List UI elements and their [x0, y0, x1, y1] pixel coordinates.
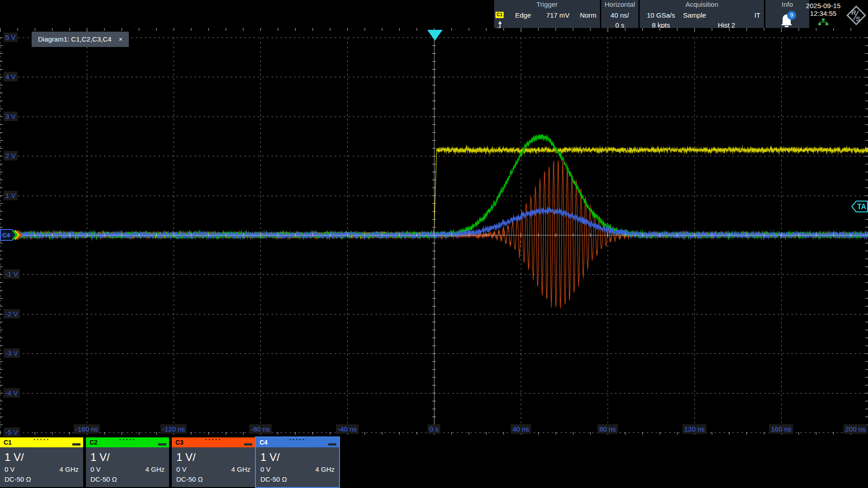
- channel-signal-bar: C1 ····· 1 V/ 0 V 4 GHz DC-50 Ω C2 ·····…: [0, 437, 868, 488]
- y-axis-label: 4 V: [4, 72, 18, 81]
- drag-handle-dots-icon[interactable]: ·····: [33, 435, 50, 445]
- waveform-canvas[interactable]: [0, 28, 868, 435]
- svg-text:S: S: [856, 15, 860, 23]
- channel-id: C4: [259, 439, 268, 446]
- y-axis-label: -1 V: [4, 269, 20, 279]
- trigger-mode: Norm: [577, 11, 599, 19]
- x-axis-label: -160 ns: [74, 424, 100, 434]
- trigger-position-marker[interactable]: [426, 29, 444, 42]
- top-toolbar: Trigger C1 Edge 717 mV Norm Horizontal 4…: [0, 0, 868, 31]
- x-axis-label: 120 ns: [682, 424, 706, 434]
- horizontal-scale: 40 ns/: [601, 11, 638, 19]
- y-axis-label: 3 V: [4, 112, 18, 121]
- y-axis-label: -3 V: [4, 348, 20, 358]
- date-label: 2025-09-15: [802, 2, 844, 9]
- x-axis-label: 160 ns: [769, 424, 793, 434]
- diagram-tab-close-icon[interactable]: ×: [119, 36, 123, 43]
- channel-offset: 0 V: [5, 465, 15, 473]
- acquisition-mode: Sample: [683, 11, 706, 19]
- x-axis-label: 0 s: [428, 424, 440, 434]
- selected-channel-marker-label: C4: [2, 232, 10, 239]
- channel-bandwidth: 4 GHz: [145, 465, 165, 473]
- channel-scale: 1 V/: [176, 451, 255, 464]
- acquisition-section-title: Acquisition: [640, 0, 764, 8]
- channel-id: C3: [175, 439, 184, 446]
- minimize-button[interactable]: [158, 443, 166, 446]
- drag-handle-dots-icon[interactable]: ·····: [289, 435, 306, 445]
- channel-scale: 1 V/: [5, 451, 83, 464]
- channel-offset: 0 V: [260, 465, 271, 473]
- notification-count-badge: 9: [787, 11, 796, 20]
- channel-coupling: DC-50 Ω: [260, 475, 287, 483]
- channel-scale: 1 V/: [90, 451, 169, 464]
- trigger-section[interactable]: Trigger C1 Edge 717 mV Norm: [494, 0, 600, 31]
- channel-box-c1[interactable]: C1 ····· 1 V/ 0 V 4 GHz DC-50 Ω: [0, 437, 83, 487]
- minimize-button[interactable]: [72, 443, 80, 446]
- channel-scale: 1 V/: [260, 451, 339, 464]
- drag-handle-dots-icon[interactable]: ·····: [119, 435, 136, 445]
- trigger-source-badge: C1: [495, 12, 504, 18]
- channel-offset: 0 V: [90, 465, 101, 473]
- diagram-tab-label: Diagram1: C1,C2,C3,C4: [38, 35, 112, 43]
- y-axis-label: 5 V: [4, 33, 18, 42]
- channel-bandwidth: 4 GHz: [59, 465, 79, 473]
- channel-box-c4[interactable]: C4 ····· 1 V/ 0 V 4 GHz DC-50 Ω: [256, 437, 339, 487]
- channel-id: C1: [4, 439, 12, 446]
- drag-handle-dots-icon[interactable]: ·····: [205, 435, 222, 445]
- minimize-button[interactable]: [328, 443, 336, 446]
- diagram-tab[interactable]: Diagram1: C1,C2,C3,C4 ×: [32, 32, 129, 47]
- channel-offset: 0 V: [176, 465, 187, 473]
- x-axis-label: -120 ns: [160, 424, 187, 434]
- svg-text:TA: TA: [857, 203, 867, 211]
- acquisition-it-flag: IT: [755, 11, 760, 19]
- horizontal-section-title: Horizontal: [601, 0, 638, 8]
- trigger-section-title: Trigger: [494, 0, 600, 8]
- horizontal-section[interactable]: Horizontal 40 ns/ 0 s: [601, 0, 638, 31]
- y-axis-label: 2 V: [4, 151, 18, 160]
- x-axis-label: 40 ns: [511, 424, 531, 434]
- datetime-block: 2025-09-15 12:34:55: [802, 0, 844, 28]
- channel-bandwidth: 4 GHz: [231, 465, 250, 473]
- channel-coupling: DC-50 Ω: [90, 475, 117, 483]
- y-axis-label: -5 V: [4, 427, 20, 437]
- x-axis-label: -80 ns: [249, 424, 272, 434]
- x-axis-label: 80 ns: [598, 424, 618, 434]
- x-axis-label: -40 ns: [336, 424, 359, 434]
- y-axis-label: -4 V: [4, 388, 20, 398]
- trigger-level: 717 mV: [539, 11, 576, 19]
- waveform-diagram[interactable]: Diagram1: C1,C2,C3,C4 × TA C4 5 V4 V3 V2…: [0, 28, 868, 435]
- x-axis-label: 200 ns: [843, 424, 867, 434]
- minimize-button[interactable]: [244, 443, 252, 446]
- time-label: 12:34:55: [802, 9, 844, 17]
- channel-box-c2[interactable]: C2 ····· 1 V/ 0 V 4 GHz DC-50 Ω: [86, 437, 169, 487]
- channel-offset-markers[interactable]: C4: [0, 227, 24, 243]
- acquisition-sample-rate: 10 GSa/s: [642, 11, 679, 19]
- y-axis-label: -2 V: [4, 309, 20, 319]
- rs-company-logo: R S: [844, 3, 868, 28]
- trigger-type: Edge: [509, 11, 537, 19]
- channel-box-c3[interactable]: C3 ····· 1 V/ 0 V 4 GHz DC-50 Ω: [172, 437, 255, 487]
- network-lan-icon: [817, 18, 829, 26]
- channel-bandwidth: 4 GHz: [315, 465, 335, 473]
- channel-id: C2: [90, 439, 98, 446]
- trigger-annotation-ta-marker[interactable]: TA: [851, 198, 868, 215]
- y-axis-label: 1 V: [4, 191, 18, 200]
- channel-coupling: DC-50 Ω: [176, 475, 203, 483]
- channel-coupling: DC-50 Ω: [5, 475, 31, 483]
- acquisition-section[interactable]: Acquisition 10 GSa/s Sample IT 8 kpts Hi…: [640, 0, 764, 31]
